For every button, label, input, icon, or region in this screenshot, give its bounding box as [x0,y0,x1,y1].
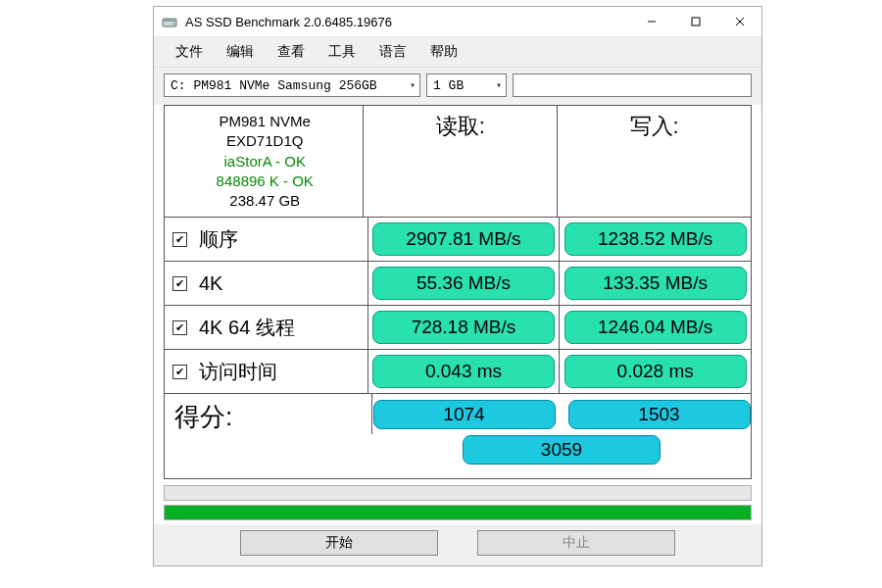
label-4k-text: 4K [199,272,222,295]
chevron-down-icon: ▾ [410,79,416,91]
label-access: ✔ 访问时间 [165,350,368,393]
menu-view[interactable]: 查看 [266,41,317,63]
drive-firmware: EXD71D1Q [226,131,303,151]
menu-tool[interactable]: 工具 [317,41,368,63]
checkbox-4k[interactable]: ✔ [172,276,187,291]
checkbox-4k64[interactable]: ✔ [172,320,187,335]
close-button[interactable] [717,7,761,36]
menu-edit[interactable]: 编辑 [215,41,266,63]
row-access: ✔ 访问时间 0.043 ms 0.028 ms [165,350,751,394]
seq-read-value: 2907.81 MB/s [372,222,555,256]
window-controls [629,7,761,36]
menu-help[interactable]: 帮助 [418,41,469,63]
checkbox-access[interactable]: ✔ [172,365,187,379]
row-seq: ✔ 顺序 2907.81 MB/s 1238.52 MB/s [165,218,751,262]
row-4k64: ✔ 4K 64 线程 728.18 MB/s 1246.04 MB/s [165,306,751,350]
row-score: 得分: 1074 1503 3059 [165,394,751,478]
fk64-read-value: 728.18 MB/s [372,311,555,344]
drive-select[interactable]: C: PM981 NVMe Samsung 256GB ▾ [164,74,420,97]
label-4k: ✔ 4K [165,262,368,305]
drive-info: PM981 NVMe EXD71D1Q iaStorA - OK 848896 … [165,106,364,217]
drive-model: PM981 NVMe [220,112,311,131]
progress-bar-total [164,505,752,520]
button-row: 开始 中止 [154,524,761,565]
window-title: AS SSD Benchmark 2.0.6485.19676 [185,15,629,29]
access-read-cell: 0.043 ms [368,350,561,393]
label-4k64: ✔ 4K 64 线程 [165,306,368,349]
seq-write-cell: 1238.52 MB/s [560,218,751,261]
progress-fill [165,506,751,519]
access-write-cell: 0.028 ms [560,350,751,393]
seq-read-cell: 2907.81 MB/s [368,218,561,261]
fk-write-cell: 133.35 MB/s [560,262,751,305]
size-select[interactable]: 1 GB ▾ [426,74,507,97]
size-select-value: 1 GB [433,78,464,93]
svg-rect-1 [163,19,176,22]
fk64-write-value: 1246.04 MB/s [564,311,747,344]
row-4k: ✔ 4K 55.36 MB/s 133.35 MB/s [165,262,751,306]
drive-capacity: 238.47 GB [229,191,300,211]
score-total: 3059 [463,435,661,465]
read-header: 读取: [364,106,558,217]
label-4k64-text: 4K 64 线程 [199,315,295,341]
drive-align-status: 848896 K - OK [217,172,314,191]
progress-bar-step [164,485,752,501]
progress-area [164,485,752,520]
menu-file[interactable]: 文件 [164,41,215,63]
fk64-write-cell: 1246.04 MB/s [560,306,751,349]
app-icon [162,14,177,29]
fk64-read-cell: 728.18 MB/s [368,306,561,349]
fk-read-cell: 55.36 MB/s [368,262,561,305]
start-button[interactable]: 开始 [240,530,438,556]
label-access-text: 访问时间 [199,359,277,385]
write-header: 写入: [558,106,751,217]
label-seq-text: 顺序 [199,226,238,253]
score-read: 1074 [373,400,556,429]
stop-button[interactable]: 中止 [477,530,675,556]
svg-point-2 [173,24,175,25]
fk-write-value: 133.35 MB/s [564,267,747,300]
menubar: 文件 编辑 查看 工具 语言 帮助 [154,37,761,68]
fk-read-value: 55.36 MB/s [372,267,555,300]
score-body: 1074 1503 3059 [372,394,751,472]
header-row: PM981 NVMe EXD71D1Q iaStorA - OK 848896 … [165,106,751,218]
maximize-button[interactable] [673,7,717,36]
drive-select-value: C: PM981 NVMe Samsung 256GB [171,78,377,93]
results-panel: PM981 NVMe EXD71D1Q iaStorA - OK 848896 … [164,105,752,479]
drive-driver-status: iaStorA - OK [224,152,306,172]
chevron-down-icon: ▾ [496,79,502,91]
toolbar: C: PM981 NVMe Samsung 256GB ▾ 1 GB ▾ [154,68,761,105]
seq-write-value: 1238.52 MB/s [564,222,747,256]
titlebar: AS SSD Benchmark 2.0.6485.19676 [154,7,761,37]
minimize-button[interactable] [629,7,673,36]
access-write-value: 0.028 ms [564,355,747,388]
checkbox-seq[interactable]: ✔ [172,232,187,247]
access-read-value: 0.043 ms [372,355,555,388]
app-window: AS SSD Benchmark 2.0.6485.19676 文件 编辑 查看… [153,6,762,566]
label-seq: ✔ 顺序 [165,218,368,261]
toolbar-field[interactable] [513,74,752,97]
score-write: 1503 [568,400,751,429]
menu-language[interactable]: 语言 [368,41,418,63]
score-label: 得分: [165,394,372,434]
svg-rect-4 [692,18,700,25]
